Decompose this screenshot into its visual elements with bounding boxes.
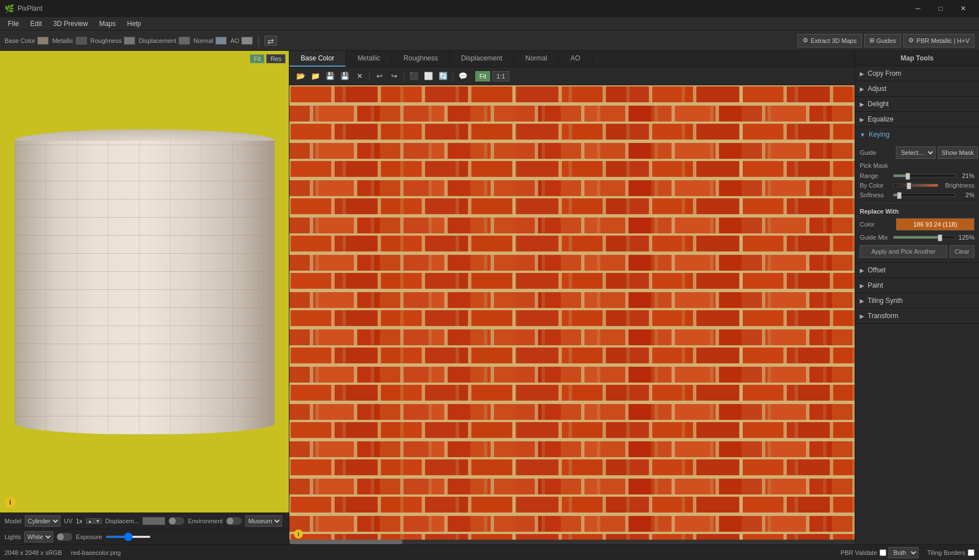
tiling-synth-header[interactable]: ▶ Tiling Synth [855,293,979,308]
guides-button[interactable]: ⊞ Guides [864,34,902,47]
roughness-label: Roughness [90,37,122,44]
open-button[interactable]: 📂 [294,70,307,83]
pbr-validate-checkbox[interactable] [880,549,886,556]
pbr-button[interactable]: ⚙ PBR Metallic | H+V [903,34,974,47]
environment-knob [227,518,233,524]
close-button[interactable]: ✕ [353,70,366,83]
save-as-button[interactable]: 💾 [338,70,352,83]
swap-button[interactable]: ⇄ [265,36,277,46]
guide-label: Guide [860,149,894,156]
transform-header[interactable]: ▶ Transform [855,309,979,323]
menu-edit[interactable]: Edit [24,19,47,29]
softness-thumb[interactable] [897,192,902,199]
rotate-button[interactable]: 🔄 [436,70,450,83]
apply-and-pick-button[interactable]: Apply and Pick Another [860,245,947,258]
comment-button[interactable]: 💬 [456,70,470,83]
flip-v-button[interactable]: ⬜ [422,70,435,83]
offset-arrow: ▶ [860,267,864,274]
save-button[interactable]: 💾 [323,70,337,83]
img-sep-1 [369,71,370,82]
show-mask-button[interactable]: Show Mask [938,146,978,159]
fit-button[interactable]: Fit [250,54,265,63]
brick-overlay [15,141,275,435]
minimize-button[interactable]: ─ [907,0,929,17]
preview-canvas: Fit Res i [0,51,289,513]
lights-select[interactable]: White [24,531,53,542]
tab-base-color[interactable]: Base Color [289,51,346,67]
cylinder-preview [15,129,275,435]
roughness-swatch[interactable] [124,37,135,45]
color-display[interactable]: 186 93 24 (118) [896,218,974,231]
guide-mix-fill [894,236,939,238]
metallic-swatch[interactable] [76,37,87,45]
copy-from-header[interactable]: ▶ Copy From [855,66,979,81]
range-fill [894,175,907,177]
range-thumb[interactable] [906,173,910,180]
both-select[interactable]: Both [889,547,919,558]
dimensions-group: 2048 x 2048 x sRGB [5,549,62,556]
by-color-thumb[interactable] [907,183,911,189]
texture-view[interactable]: i [289,85,855,544]
menu-file[interactable]: File [2,19,24,29]
equalize-header[interactable]: ▶ Equalize [855,112,979,127]
museum-select[interactable]: Museum [245,515,282,527]
texture-info-bar: i [294,529,303,539]
clear-button[interactable]: Clear [950,245,974,258]
equalize-section: ▶ Equalize [855,112,979,127]
pbr-label: PBR Metallic | H+V [916,37,969,44]
adjust-header[interactable]: ▶ Adjust [855,81,979,96]
by-color-track[interactable] [893,184,938,187]
delight-header[interactable]: ▶ Delight [855,97,979,111]
map-tabs: Base Color Metallic Roughness Displaceme… [289,51,855,67]
guide-mix-thumb[interactable] [938,235,942,241]
ao-group: AO [230,37,253,45]
open-folder-button[interactable]: 📁 [309,70,322,83]
tab-roughness[interactable]: Roughness [392,51,450,67]
maximize-button[interactable]: □ [929,0,952,17]
replace-with-section: Replace With Color 186 93 24 (118) Guide… [860,203,974,241]
tab-normal[interactable]: Normal [514,51,559,67]
paint-header[interactable]: ▶ Paint [855,278,979,293]
menu-maps[interactable]: Maps [93,19,121,29]
lights-toggle[interactable] [57,533,72,541]
displacement-toggle[interactable] [168,517,184,525]
horizontal-scrollbar[interactable] [289,540,855,544]
extract-3d-maps-button[interactable]: ⚙ Extract 3D Maps [798,34,861,47]
menu-3d-preview[interactable]: 3D Preview [47,19,93,29]
keying-header[interactable]: ▼ Keying [855,127,979,142]
preview-area: Fit Res i Model Cylinder Sphere Plane UV… [0,51,289,544]
uv-stepper[interactable]: ▲ ▼ [86,518,102,524]
exposure-slider[interactable] [106,536,151,538]
flip-h-button[interactable]: ⬛ [407,70,421,83]
offset-header[interactable]: ▶ Offset [855,263,979,277]
uv-up[interactable]: ▲ [86,518,94,524]
uv-down[interactable]: ▼ [94,518,102,524]
range-track[interactable] [893,174,955,177]
guide-select[interactable]: Select... [896,146,935,159]
model-select[interactable]: Cylinder Sphere Plane [25,515,60,527]
texture-one-to-one-button[interactable]: 1:1 [492,71,509,81]
scrollbar-thumb[interactable] [289,540,402,544]
close-button[interactable]: ✕ [952,0,974,17]
replace-with-title: Replace With [860,208,974,215]
guide-mix-track[interactable] [893,236,955,239]
res-button[interactable]: Res [266,54,285,63]
softness-track[interactable] [893,193,955,197]
tab-ao[interactable]: AO [559,51,592,67]
menu-help[interactable]: Help [122,19,147,29]
undo-button[interactable]: ↩ [372,70,386,83]
ao-swatch[interactable] [241,37,253,45]
tiling-borders-checkbox[interactable] [968,549,974,556]
texture-fit-button[interactable]: Fit [475,71,490,81]
tab-displacement[interactable]: Displacement [450,51,514,67]
base-color-swatch[interactable] [37,37,49,45]
normal-swatch[interactable] [215,37,227,45]
environment-toggle[interactable] [226,517,242,525]
redo-button[interactable]: ↪ [387,70,401,83]
displacement-preview-swatch[interactable] [142,517,165,525]
tab-metallic[interactable]: Metallic [346,51,392,67]
texture-info-icon[interactable]: i [294,529,303,539]
displacement-swatch[interactable] [179,37,190,45]
delight-section: ▶ Delight [855,97,979,112]
info-badge[interactable]: i [5,497,16,508]
